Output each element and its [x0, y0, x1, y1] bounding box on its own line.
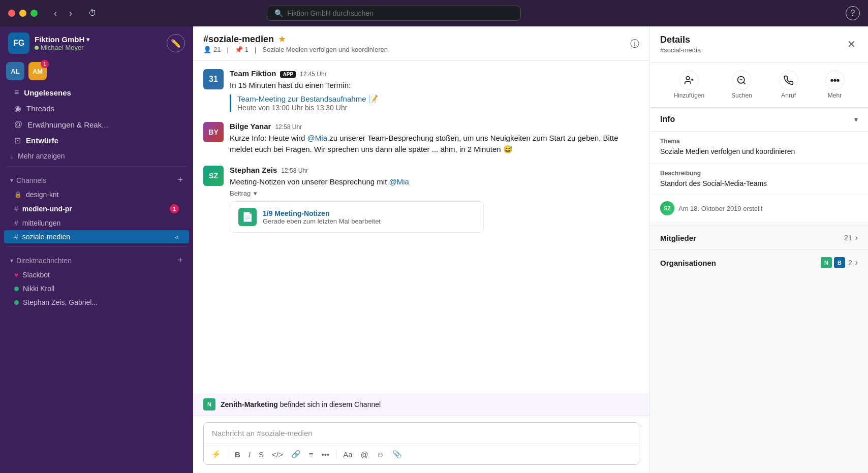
- help-button[interactable]: ?: [846, 6, 860, 20]
- message-input-area: ⚡ B I S </> 🔗 ≡ ••• Aa @ ☺ 📎: [193, 416, 649, 473]
- message-input[interactable]: [204, 423, 639, 444]
- msg-content-2: Bilge Yanar 12:58 Uhr Kurze Info: Heute …: [230, 122, 639, 155]
- mention-mia[interactable]: @Mia: [307, 134, 327, 142]
- creator-row: SZ Am 18. Oktober 2019 erstellt: [650, 195, 868, 222]
- star-icon[interactable]: ★: [278, 34, 286, 45]
- avatar-stephan: SZ: [203, 166, 224, 186]
- info-button[interactable]: ⓘ: [630, 38, 639, 50]
- search-bar[interactable]: 🔍: [267, 6, 521, 21]
- search-channel-button[interactable]: Suchen: [731, 71, 752, 99]
- maximize-window-button[interactable]: [30, 10, 38, 17]
- heart-icon: ♥: [14, 271, 18, 279]
- attach-button[interactable]: 📎: [389, 447, 406, 461]
- app-badge: APP: [280, 71, 296, 78]
- channel-item-mitteilungen[interactable]: # mitteilungen: [4, 216, 189, 230]
- dm-item-nikki[interactable]: Nikki Kroll: [4, 282, 189, 295]
- channel-name: #soziale-medien: [203, 34, 274, 45]
- channel-description: Soziale Medien verfolgen und koordiniere…: [262, 46, 387, 53]
- quote-time: Heute von 13:00 Uhr bis 13:30 Uhr: [237, 104, 639, 112]
- channel-item-medien-und-pr[interactable]: # medien-und-pr 1: [4, 202, 189, 216]
- dm-section-header[interactable]: ▾ Direktnachrichten +: [0, 250, 193, 268]
- online-dot: [14, 300, 19, 305]
- channels-section-header[interactable]: ▾ Channels +: [0, 170, 193, 187]
- call-button[interactable]: Anruf: [779, 71, 798, 99]
- add-channel-button[interactable]: +: [177, 175, 183, 185]
- nav-item-label: Threads: [26, 104, 179, 113]
- search-input[interactable]: [287, 9, 513, 17]
- add-member-button[interactable]: Hinzufügen: [673, 71, 704, 99]
- sidebar: FG Fiktion GmbH ▾ Michael Meyer ✏️ AL A: [0, 26, 193, 473]
- details-info-section: Info ▾ Thema Soziale Medien verfolgen un…: [650, 108, 868, 222]
- mention-button[interactable]: @: [357, 448, 372, 461]
- sidebar-item-ungelesenes[interactable]: ≡ Ungelesenes: [4, 85, 189, 100]
- msg-author-2: Bilge Yanar: [230, 122, 271, 131]
- more-button[interactable]: ↓ Mehr anzeigen: [0, 149, 193, 163]
- code-button[interactable]: </>: [268, 448, 287, 461]
- link-button[interactable]: 🔗: [288, 447, 304, 461]
- sidebar-header: FG Fiktion GmbH ▾ Michael Meyer ✏️: [0, 26, 193, 60]
- add-dm-button[interactable]: +: [177, 255, 183, 266]
- msg-header-3: Stephan Zeis 12:58 Uhr: [230, 166, 639, 174]
- sidebar-item-threads[interactable]: ◉ Threads: [4, 101, 189, 116]
- compose-button[interactable]: ✏️: [167, 34, 185, 52]
- threads-icon: ◉: [14, 104, 21, 113]
- text-style-button[interactable]: Aa: [339, 448, 356, 461]
- minimize-window-button[interactable]: [19, 10, 26, 17]
- online-dot: [14, 287, 19, 291]
- strikethrough-button[interactable]: S: [255, 448, 267, 461]
- workspace-text: Fiktion GmbH ▾ Michael Meyer: [35, 35, 89, 51]
- msg-time-2: 12:58 Uhr: [275, 123, 302, 131]
- sidebar-item-entwurfe[interactable]: ⊡ Entwürfe: [4, 133, 189, 148]
- call-label: Anruf: [781, 92, 796, 99]
- file-attachment[interactable]: 📄 1/9 Meeting-Notizen Gerade eben zum le…: [230, 201, 484, 233]
- italic-button[interactable]: I: [245, 448, 254, 461]
- members-count: 👤 21: [203, 46, 221, 53]
- thema-value: Soziale Medien verfolgen und koordiniere…: [660, 147, 858, 157]
- channel-item-soziale-medien[interactable]: # soziale-medien «: [4, 230, 189, 243]
- search-label: Suchen: [731, 92, 752, 99]
- mitglieder-row[interactable]: Mitglieder 21 ›: [650, 226, 868, 249]
- toolbar-separator: [228, 449, 228, 459]
- message-input-box: ⚡ B I S </> 🔗 ≡ ••• Aa @ ☺ 📎: [203, 422, 639, 465]
- msg-header-1: Team Fiktion APP 12:45 Uhr: [230, 69, 639, 78]
- file-info: 1/9 Meeting-Notizen Gerade eben zum letz…: [263, 209, 381, 225]
- info-section-header[interactable]: Info ▾: [650, 108, 868, 132]
- organisationen-row[interactable]: Organisationen N B 2 ›: [650, 249, 868, 275]
- bold-button[interactable]: B: [231, 448, 244, 461]
- file-icon: 📄: [238, 208, 257, 226]
- msg-author-3: Stephan Zeis: [230, 166, 277, 174]
- msg-text-2: Kurze Info: Heute wird @Mia zu unserer T…: [230, 133, 639, 155]
- dm-item-stephan[interactable]: Stephan Zeis, Gabriel...: [4, 296, 189, 309]
- user-avatar-am[interactable]: AM 1: [28, 62, 47, 80]
- creator-avatar: SZ: [660, 201, 674, 215]
- quote-link[interactable]: Team-Meeting zur Bestandsaufnahme 📝: [237, 94, 378, 103]
- dm-item-slackbot[interactable]: ♥ Slackbot: [4, 268, 189, 281]
- more-icon: •••: [825, 71, 845, 90]
- close-window-button[interactable]: [8, 10, 15, 17]
- msg-text-3: Meeting-Notizen von unserer Besprechung …: [230, 176, 639, 188]
- at-icon: @: [14, 120, 22, 129]
- chevron-right-icon: ›: [855, 233, 858, 242]
- more-format-button[interactable]: •••: [318, 448, 333, 461]
- msg-content-1: Team Fiktion APP 12:45 Uhr In 15 Minuten…: [230, 69, 639, 112]
- close-details-button[interactable]: ✕: [845, 36, 858, 52]
- file-desc: Gerade eben zum letzten Mal bearbeitet: [263, 217, 381, 225]
- org-badge-n: N: [821, 257, 832, 268]
- beitrag-dropdown[interactable]: Beitrag ▾: [230, 190, 639, 197]
- lightning-button[interactable]: ⚡: [208, 447, 225, 461]
- sidebar-item-erwahnungen[interactable]: @ Erwähnungen & Reak...: [4, 117, 189, 132]
- message-stephan: SZ Stephan Zeis 12:58 Uhr Meeting-Notize…: [203, 166, 639, 233]
- forward-button[interactable]: ›: [65, 6, 76, 21]
- more-actions-button[interactable]: ••• Mehr: [825, 71, 845, 99]
- channel-item-design-krit[interactable]: 🔒 design-krit: [4, 188, 189, 201]
- details-header: Details #social-media ✕: [650, 26, 868, 62]
- avatar-bilge: BY: [203, 122, 224, 142]
- messages-area: 31 Team Fiktion APP 12:45 Uhr In 15 Minu…: [193, 61, 649, 393]
- user-avatar-al[interactable]: AL: [6, 62, 24, 80]
- list-button[interactable]: ≡: [305, 448, 317, 461]
- workspace-name[interactable]: Fiktion GmbH ▾: [35, 35, 89, 44]
- history-button[interactable]: ⏱: [84, 7, 101, 20]
- back-button[interactable]: ‹: [50, 6, 61, 21]
- emoji-button[interactable]: ☺: [373, 448, 388, 461]
- mention-mia-2[interactable]: @Mia: [389, 177, 409, 186]
